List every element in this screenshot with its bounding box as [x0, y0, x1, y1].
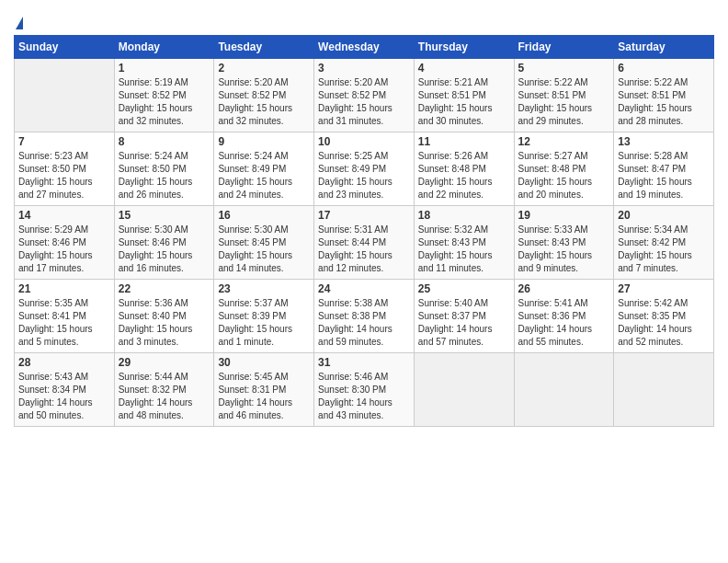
- day-info: Sunrise: 5:25 AM Sunset: 8:49 PM Dayligh…: [318, 150, 410, 201]
- calendar-cell: 12 Sunrise: 5:27 AM Sunset: 8:48 PM Dayl…: [514, 132, 614, 206]
- calendar-cell: [614, 353, 714, 427]
- calendar-cell: 7 Sunrise: 5:23 AM Sunset: 8:50 PM Dayli…: [15, 132, 115, 206]
- day-info: Sunrise: 5:38 AM Sunset: 8:38 PM Dayligh…: [318, 297, 410, 349]
- day-number: 20: [618, 209, 710, 222]
- day-number: 23: [218, 282, 310, 295]
- calendar-cell: [15, 59, 115, 132]
- day-number: 24: [318, 282, 410, 295]
- logo-icon: [16, 17, 23, 29]
- calendar-cell: 24 Sunrise: 5:38 AM Sunset: 8:38 PM Dayl…: [314, 280, 415, 353]
- calendar-cell: 20 Sunrise: 5:34 AM Sunset: 8:42 PM Dayl…: [614, 206, 714, 280]
- header-cell-wednesday: Wednesday: [314, 36, 415, 59]
- day-number: 10: [318, 135, 410, 148]
- calendar-cell: 8 Sunrise: 5:24 AM Sunset: 8:50 PM Dayli…: [114, 132, 214, 206]
- day-info: Sunrise: 5:23 AM Sunset: 8:50 PM Dayligh…: [18, 150, 110, 201]
- day-info: Sunrise: 5:45 AM Sunset: 8:31 PM Dayligh…: [218, 371, 310, 422]
- day-number: 13: [618, 135, 710, 148]
- day-info: Sunrise: 5:32 AM Sunset: 8:43 PM Dayligh…: [418, 224, 510, 275]
- calendar-cell: 23 Sunrise: 5:37 AM Sunset: 8:39 PM Dayl…: [214, 280, 314, 353]
- calendar-cell: 29 Sunrise: 5:44 AM Sunset: 8:32 PM Dayl…: [114, 353, 214, 427]
- day-number: 26: [518, 282, 610, 295]
- calendar-cell: 17 Sunrise: 5:31 AM Sunset: 8:44 PM Dayl…: [314, 206, 415, 280]
- calendar-week-5: 28 Sunrise: 5:43 AM Sunset: 8:34 PM Dayl…: [15, 353, 714, 427]
- day-number: 2: [218, 62, 310, 75]
- calendar-week-3: 14 Sunrise: 5:29 AM Sunset: 8:46 PM Dayl…: [15, 206, 714, 280]
- calendar-cell: 18 Sunrise: 5:32 AM Sunset: 8:43 PM Dayl…: [414, 206, 514, 280]
- calendar-cell: 2 Sunrise: 5:20 AM Sunset: 8:52 PM Dayli…: [214, 59, 314, 132]
- calendar-cell: 28 Sunrise: 5:43 AM Sunset: 8:34 PM Dayl…: [15, 353, 115, 427]
- day-number: 3: [318, 62, 410, 75]
- header-row: SundayMondayTuesdayWednesdayThursdayFrid…: [15, 36, 714, 59]
- day-number: 6: [618, 62, 710, 75]
- day-info: Sunrise: 5:30 AM Sunset: 8:45 PM Dayligh…: [218, 224, 310, 275]
- calendar-cell: [514, 353, 614, 427]
- day-info: Sunrise: 5:35 AM Sunset: 8:41 PM Dayligh…: [18, 297, 110, 349]
- day-number: 12: [518, 135, 610, 148]
- day-number: 5: [518, 62, 610, 75]
- day-info: Sunrise: 5:40 AM Sunset: 8:37 PM Dayligh…: [418, 297, 510, 349]
- calendar-cell: 27 Sunrise: 5:42 AM Sunset: 8:35 PM Dayl…: [614, 280, 714, 353]
- day-number: 8: [119, 135, 210, 148]
- day-number: 18: [418, 209, 510, 222]
- header-cell-sunday: Sunday: [15, 36, 115, 59]
- calendar-cell: 21 Sunrise: 5:35 AM Sunset: 8:41 PM Dayl…: [15, 280, 115, 353]
- calendar-week-1: 1 Sunrise: 5:19 AM Sunset: 8:52 PM Dayli…: [15, 59, 714, 132]
- day-info: Sunrise: 5:24 AM Sunset: 8:50 PM Dayligh…: [119, 150, 210, 201]
- calendar-cell: 6 Sunrise: 5:22 AM Sunset: 8:51 PM Dayli…: [614, 59, 714, 132]
- day-number: 11: [418, 135, 510, 148]
- calendar-table: SundayMondayTuesdayWednesdayThursdayFrid…: [14, 35, 714, 427]
- calendar-cell: [414, 353, 514, 427]
- day-number: 31: [318, 356, 410, 369]
- header: [14, 9, 714, 29]
- day-info: Sunrise: 5:30 AM Sunset: 8:46 PM Dayligh…: [119, 224, 210, 275]
- calendar-cell: 14 Sunrise: 5:29 AM Sunset: 8:46 PM Dayl…: [15, 206, 115, 280]
- calendar-cell: 3 Sunrise: 5:20 AM Sunset: 8:52 PM Dayli…: [314, 59, 415, 132]
- day-number: 14: [18, 209, 110, 222]
- day-number: 28: [18, 356, 110, 369]
- calendar-cell: 5 Sunrise: 5:22 AM Sunset: 8:51 PM Dayli…: [514, 59, 614, 132]
- calendar-week-4: 21 Sunrise: 5:35 AM Sunset: 8:41 PM Dayl…: [15, 280, 714, 353]
- day-number: 21: [18, 282, 110, 295]
- day-info: Sunrise: 5:19 AM Sunset: 8:52 PM Dayligh…: [119, 76, 210, 128]
- day-info: Sunrise: 5:22 AM Sunset: 8:51 PM Dayligh…: [518, 76, 610, 128]
- day-info: Sunrise: 5:27 AM Sunset: 8:48 PM Dayligh…: [518, 150, 610, 201]
- day-info: Sunrise: 5:44 AM Sunset: 8:32 PM Dayligh…: [119, 371, 210, 422]
- day-info: Sunrise: 5:41 AM Sunset: 8:36 PM Dayligh…: [518, 297, 610, 349]
- header-cell-friday: Friday: [514, 36, 614, 59]
- calendar-cell: 26 Sunrise: 5:41 AM Sunset: 8:36 PM Dayl…: [514, 280, 614, 353]
- day-number: 25: [418, 282, 510, 295]
- day-info: Sunrise: 5:26 AM Sunset: 8:48 PM Dayligh…: [418, 150, 510, 201]
- calendar-cell: 19 Sunrise: 5:33 AM Sunset: 8:43 PM Dayl…: [514, 206, 614, 280]
- day-info: Sunrise: 5:37 AM Sunset: 8:39 PM Dayligh…: [218, 297, 310, 349]
- day-number: 15: [119, 209, 210, 222]
- day-info: Sunrise: 5:43 AM Sunset: 8:34 PM Dayligh…: [18, 371, 110, 422]
- day-number: 4: [418, 62, 510, 75]
- day-number: 9: [218, 135, 310, 148]
- day-number: 30: [218, 356, 310, 369]
- calendar-cell: 30 Sunrise: 5:45 AM Sunset: 8:31 PM Dayl…: [214, 353, 314, 427]
- calendar-cell: 9 Sunrise: 5:24 AM Sunset: 8:49 PM Dayli…: [214, 132, 314, 206]
- calendar-week-2: 7 Sunrise: 5:23 AM Sunset: 8:50 PM Dayli…: [15, 132, 714, 206]
- day-number: 17: [318, 209, 410, 222]
- calendar-cell: 22 Sunrise: 5:36 AM Sunset: 8:40 PM Dayl…: [114, 280, 214, 353]
- calendar-cell: 11 Sunrise: 5:26 AM Sunset: 8:48 PM Dayl…: [414, 132, 514, 206]
- header-cell-saturday: Saturday: [614, 36, 714, 59]
- day-info: Sunrise: 5:31 AM Sunset: 8:44 PM Dayligh…: [318, 224, 410, 275]
- day-info: Sunrise: 5:20 AM Sunset: 8:52 PM Dayligh…: [318, 76, 410, 128]
- calendar-cell: 15 Sunrise: 5:30 AM Sunset: 8:46 PM Dayl…: [114, 206, 214, 280]
- calendar-cell: 4 Sunrise: 5:21 AM Sunset: 8:51 PM Dayli…: [414, 59, 514, 132]
- day-info: Sunrise: 5:24 AM Sunset: 8:49 PM Dayligh…: [218, 150, 310, 201]
- day-info: Sunrise: 5:22 AM Sunset: 8:51 PM Dayligh…: [618, 76, 710, 128]
- calendar-cell: 1 Sunrise: 5:19 AM Sunset: 8:52 PM Dayli…: [114, 59, 214, 132]
- calendar-cell: 31 Sunrise: 5:46 AM Sunset: 8:30 PM Dayl…: [314, 353, 415, 427]
- day-number: 1: [119, 62, 210, 75]
- day-info: Sunrise: 5:36 AM Sunset: 8:40 PM Dayligh…: [119, 297, 210, 349]
- day-info: Sunrise: 5:28 AM Sunset: 8:47 PM Dayligh…: [618, 150, 710, 201]
- day-number: 29: [119, 356, 210, 369]
- day-number: 16: [218, 209, 310, 222]
- day-info: Sunrise: 5:21 AM Sunset: 8:51 PM Dayligh…: [418, 76, 510, 128]
- day-info: Sunrise: 5:29 AM Sunset: 8:46 PM Dayligh…: [18, 224, 110, 275]
- calendar-cell: 13 Sunrise: 5:28 AM Sunset: 8:47 PM Dayl…: [614, 132, 714, 206]
- day-info: Sunrise: 5:20 AM Sunset: 8:52 PM Dayligh…: [218, 76, 310, 128]
- header-cell-tuesday: Tuesday: [214, 36, 314, 59]
